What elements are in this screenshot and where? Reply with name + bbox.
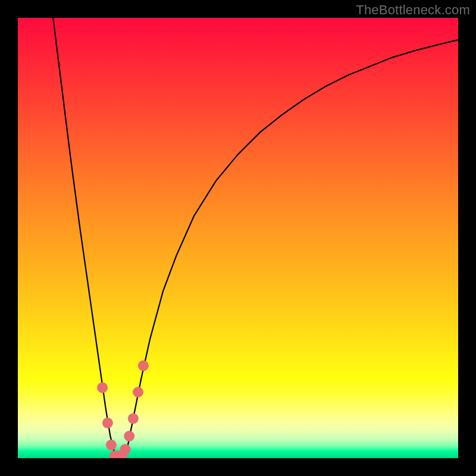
- marker-dot: [133, 387, 143, 397]
- bottleneck-curve-path: [53, 18, 458, 458]
- watermark-text: TheBottleneck.com: [356, 2, 470, 18]
- marker-dot: [124, 431, 134, 441]
- marker-dot: [128, 413, 139, 424]
- marker-dot: [106, 440, 117, 450]
- marker-dot: [138, 361, 149, 371]
- chart-frame: TheBottleneck.com: [0, 0, 476, 476]
- marker-dot: [120, 444, 131, 455]
- curve-svg: [18, 18, 458, 458]
- marker-group: [97, 361, 149, 458]
- marker-dot: [97, 383, 108, 393]
- plot-area: [18, 18, 458, 458]
- marker-dot: [102, 418, 113, 428]
